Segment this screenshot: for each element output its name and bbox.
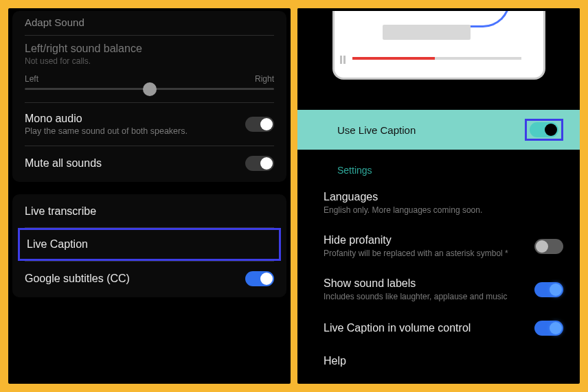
- mono-audio-toggle[interactable]: [245, 117, 274, 132]
- mute-all-toggle[interactable]: [245, 156, 274, 171]
- sound-balance-sub: Not used for calls.: [25, 56, 274, 66]
- sound-balance-title: Left/right sound balance: [25, 43, 274, 55]
- live-caption-preview: [297, 8, 580, 110]
- sound-balance-row: Left/right sound balance Not used for ca…: [12, 36, 286, 66]
- google-subtitles-title: Google subtitles (CC): [25, 273, 245, 285]
- settings-section-label: Settings: [297, 150, 580, 181]
- sound-labels-toggle[interactable]: [534, 282, 563, 297]
- hide-profanity-title: Hide profanity: [324, 234, 534, 246]
- pause-icon: [340, 56, 346, 64]
- live-caption-highlight: Live Caption: [18, 228, 281, 261]
- live-transcribe-row[interactable]: Live transcribe: [12, 196, 286, 227]
- help-row[interactable]: Help: [297, 345, 580, 377]
- use-live-caption-toggle[interactable]: [530, 122, 558, 137]
- live-caption-title: Live Caption: [27, 238, 272, 251]
- mono-audio-sub: Play the same sound out of both speakers…: [25, 126, 245, 136]
- caption-group: Live transcribe Live Caption Google subt…: [12, 194, 286, 297]
- mute-all-row[interactable]: Mute all sounds: [12, 146, 286, 181]
- accessibility-sound-settings: Adapt Sound Left/right sound balance Not…: [8, 8, 291, 384]
- hide-profanity-sub: Profanity will be replaced with an aster…: [324, 249, 534, 258]
- adapt-sound-row[interactable]: Adapt Sound: [12, 12, 286, 35]
- caption-box-icon: [383, 25, 471, 40]
- live-caption-row[interactable]: Live Caption: [20, 230, 279, 259]
- mono-audio-title: Mono audio: [25, 113, 245, 125]
- google-subtitles-row[interactable]: Google subtitles (CC): [12, 262, 286, 296]
- use-live-caption-row[interactable]: Use Live Caption: [297, 110, 580, 150]
- help-title: Help: [324, 355, 563, 367]
- sound-labels-sub: Includes sounds like laughter, applause …: [324, 292, 534, 301]
- balance-thumb[interactable]: [143, 82, 157, 96]
- hide-profanity-row[interactable]: Hide profanity Profanity will be replace…: [297, 224, 580, 268]
- mute-all-title: Mute all sounds: [25, 157, 245, 170]
- live-caption-settings: Use Live Caption Settings Languages Engl…: [297, 8, 580, 384]
- balance-left-label: Left: [25, 74, 38, 84]
- languages-title: Languages: [324, 191, 563, 203]
- balance-right-label: Right: [255, 74, 274, 84]
- sound-group: Adapt Sound Left/right sound balance Not…: [12, 11, 286, 182]
- use-live-caption-toggle-highlight: [525, 119, 563, 141]
- volume-control-row[interactable]: Live Caption in volume control: [297, 311, 580, 345]
- device-frame-illustration: [332, 11, 545, 80]
- languages-row[interactable]: Languages English only. More languages c…: [297, 181, 580, 224]
- balance-track[interactable]: [25, 88, 274, 90]
- sound-labels-title: Show sound labels: [324, 277, 534, 290]
- sound-labels-row[interactable]: Show sound labels Includes sounds like l…: [297, 268, 580, 311]
- languages-sub: English only. More languages coming soon…: [324, 205, 563, 215]
- progress-played: [352, 57, 435, 60]
- balance-slider[interactable]: Left Right: [12, 66, 286, 102]
- volume-control-toggle[interactable]: [534, 321, 563, 336]
- mono-audio-row[interactable]: Mono audio Play the same sound out of bo…: [12, 103, 286, 146]
- live-transcribe-title: Live transcribe: [25, 205, 274, 218]
- use-live-caption-label: Use Live Caption: [337, 124, 416, 136]
- hide-profanity-toggle[interactable]: [534, 239, 563, 254]
- google-subtitles-toggle[interactable]: [245, 271, 274, 286]
- volume-control-title: Live Caption in volume control: [324, 322, 534, 334]
